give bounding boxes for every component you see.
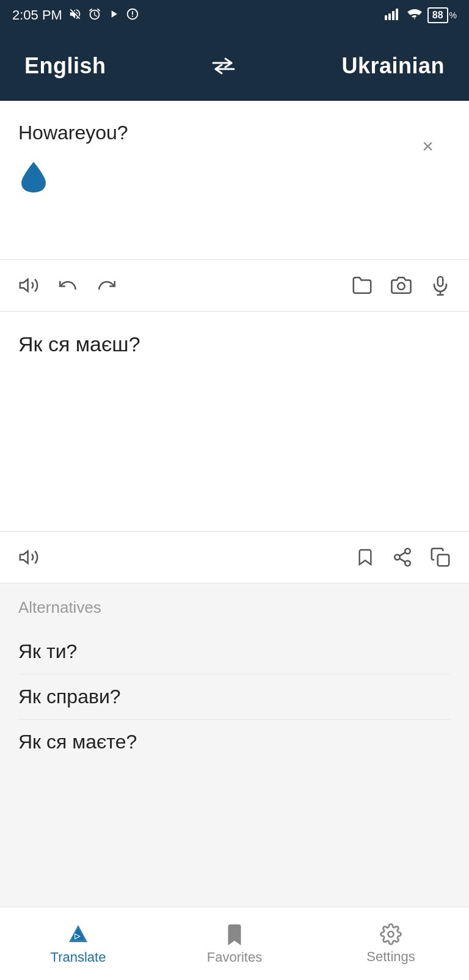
alarm-icon (88, 7, 101, 24)
svg-rect-2 (392, 11, 394, 20)
svg-line-14 (399, 552, 405, 556)
settings-tab-label: Settings (366, 949, 415, 965)
source-panel: Howareyou? × (0, 101, 469, 260)
clear-button[interactable]: × (422, 136, 434, 156)
svg-rect-0 (385, 15, 387, 20)
source-language[interactable]: English (24, 53, 106, 79)
target-language[interactable]: Ukrainian (341, 53, 445, 79)
svg-rect-3 (396, 9, 398, 20)
folder-button[interactable] (352, 275, 373, 296)
svg-line-13 (399, 558, 405, 562)
alternatives-section: Alternatives Як ти? Як справи? Як ся має… (0, 583, 469, 779)
navigation-icon (126, 7, 139, 24)
share-button[interactable] (392, 547, 413, 568)
undo-button[interactable] (57, 275, 78, 296)
translation-toolbar-left (18, 547, 39, 568)
svg-marker-9 (20, 551, 28, 563)
wifi-icon (407, 7, 423, 24)
svg-rect-15 (438, 555, 449, 566)
svg-rect-1 (388, 13, 391, 20)
tab-settings[interactable]: Settings (313, 923, 469, 965)
svg-point-19 (388, 931, 394, 937)
source-speaker-button[interactable] (18, 275, 39, 296)
voice-input-indicator (18, 159, 49, 194)
alternatives-label: Alternatives (18, 598, 451, 617)
redo-button[interactable] (96, 275, 117, 296)
toolbar-left (18, 275, 117, 296)
swap-languages-button[interactable] (208, 54, 239, 78)
svg-rect-6 (438, 277, 443, 287)
status-bar: 2:05 PM (0, 0, 469, 31)
status-bar-left: 2:05 PM (12, 7, 139, 24)
translation-toolbar-right (355, 547, 451, 568)
favorites-tab-label: Favorites (207, 949, 262, 965)
bottom-nav: ▷ Translate Favorites Settings (0, 907, 469, 980)
signal-icon (385, 7, 402, 24)
status-bar-right: 88 % (385, 7, 457, 24)
svg-point-11 (394, 555, 400, 560)
battery-icon: 88 % (427, 7, 457, 23)
bookmark-button[interactable] (355, 547, 375, 568)
svg-text:▷: ▷ (75, 932, 81, 940)
translation-text: Як ся маєш? (18, 332, 140, 356)
status-time: 2:05 PM (12, 7, 62, 23)
copy-button[interactable] (430, 547, 451, 568)
svg-point-5 (398, 283, 404, 290)
list-item[interactable]: Як справи? (18, 675, 451, 720)
svg-point-12 (405, 561, 410, 566)
translate-tab-label: Translate (51, 949, 106, 965)
translation-toolbar (0, 532, 469, 583)
svg-marker-4 (20, 279, 28, 291)
mute-icon (68, 7, 82, 24)
microphone-button[interactable] (430, 275, 451, 296)
translation-speaker-button[interactable] (18, 547, 39, 568)
camera-button[interactable] (391, 275, 412, 296)
translate-icon: ▷ (67, 923, 90, 946)
source-toolbar (0, 260, 469, 312)
tab-translate[interactable]: ▷ Translate (0, 923, 156, 965)
favorites-icon (224, 923, 245, 946)
play-icon (107, 8, 120, 23)
source-text[interactable]: Howareyou? (18, 119, 451, 147)
list-item[interactable]: Як ти? (18, 629, 451, 675)
toolbar-right (352, 275, 451, 296)
translation-panel: Як ся маєш? (0, 312, 469, 532)
app-header: English Ukrainian (0, 31, 469, 101)
settings-icon (380, 923, 402, 945)
svg-point-10 (405, 549, 410, 554)
tab-favorites[interactable]: Favorites (156, 923, 313, 965)
list-item[interactable]: Як ся маєте? (18, 720, 451, 764)
